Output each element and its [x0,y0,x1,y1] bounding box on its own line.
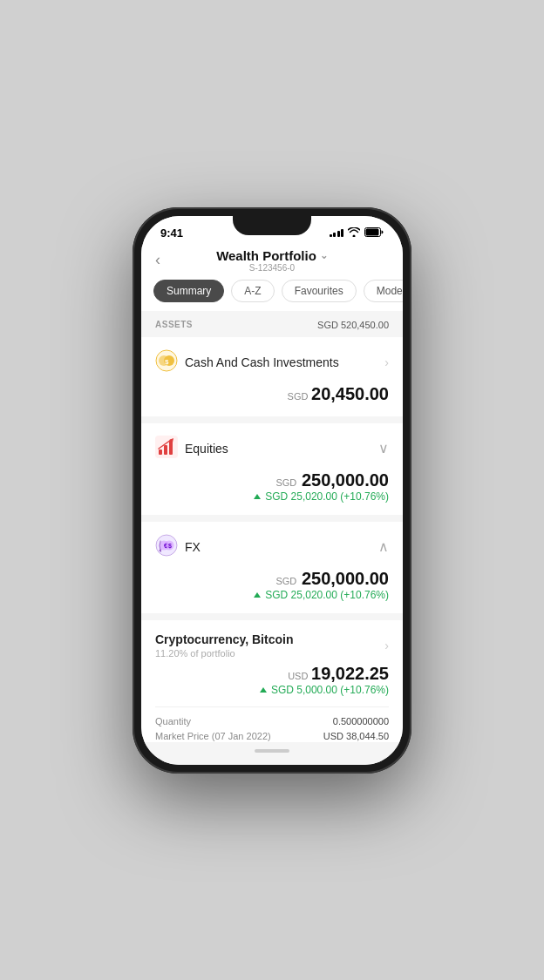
signal-icon [330,229,344,237]
status-bar: 9:41 [141,216,403,243]
cash-currency: SGD [288,391,309,402]
svg-rect-9 [169,441,173,455]
tab-model-portfolio[interactable]: Model Portfolio [364,280,403,302]
cash-card[interactable]: $ Cash And Cash Investments › SGD 20,450… [141,337,403,416]
portfolio-id: S-123456-0 [216,263,328,273]
header-title-row: Wealth Portfolio ⌄ [216,248,328,263]
fx-currency: SGD [275,576,296,586]
equities-card-header: Equities ∨ [155,436,389,462]
svg-text:$: $ [165,358,169,366]
equities-values: SGD 250,000.00 SGD 25,020.00 (+10.76%) [155,467,389,503]
cash-title: Cash And Cash Investments [185,355,339,369]
svg-text:$: $ [168,543,172,550]
tab-favourites[interactable]: Favourites [282,280,357,302]
crypto-title: Cryptocurrency, Bitcoin [155,632,293,646]
fx-card[interactable]: € $ FX ∧ SGD 250,000.00 [141,522,403,613]
tab-summary[interactable]: Summary [153,280,224,302]
svg-text:€: € [164,543,167,549]
crypto-change: SGD 5,000.00 (+10.76%) [155,684,389,696]
status-time: 9:41 [160,226,183,240]
market-price-label: Market Price (07 Jan 2022) [155,731,271,741]
crypto-amount: 19,022.25 [311,664,389,683]
quantity-value: 0.500000000 [333,716,389,727]
phone-frame: 9:41 [133,207,411,774]
svg-rect-7 [159,449,162,455]
fx-up-icon [254,592,261,598]
quantity-label: Quantity [155,716,191,727]
equities-card[interactable]: Equities ∨ SGD 250,000.00 SGD 25,020.00 … [141,423,403,515]
equities-change-value: SGD 25,020.00 (+10.76%) [265,490,389,503]
header-title-block: Wealth Portfolio ⌄ S-123456-0 [216,248,328,273]
fx-chevron-icon[interactable]: ∧ [378,538,389,555]
crypto-arrow-icon: › [384,639,389,652]
status-icons [330,227,384,239]
dropdown-icon[interactable]: ⌄ [320,250,328,261]
wifi-icon [348,227,360,239]
home-indicator [255,749,289,753]
fx-title: FX [185,540,201,554]
crypto-change-value: SGD 5,000.00 (+10.76%) [271,684,389,696]
crypto-title-row: Cryptocurrency, Bitcoin 11.20% of portfo… [155,632,389,659]
fx-amount: 250,000.00 [302,569,389,588]
detail-row-market-price: Market Price (07 Jan 2022) USD 38,044.50 [155,731,389,741]
equities-chevron-icon[interactable]: ∨ [378,440,389,456]
detail-row-quantity: Quantity 0.500000000 [155,716,389,727]
svg-rect-1 [366,228,379,235]
assets-total: SGD 520,450.00 [317,320,389,330]
cash-values: SGD 20,450.00 [155,381,389,404]
crypto-portfolio-pct: 11.20% of portfolio [155,648,293,659]
fx-icon: € $ [155,534,178,560]
crypto-currency: USD [288,671,308,681]
back-button[interactable]: ‹ [155,251,160,269]
equities-change: SGD 25,020.00 (+10.76%) [155,490,389,503]
assets-label: ASSETS [155,320,193,329]
crypto-values: USD 19,022.25 SGD 5,000.00 (+10.76%) [155,664,389,696]
market-price-value: USD 38,044.50 [323,731,389,741]
fx-values: SGD 250,000.00 SGD 25,020.00 (+10.76%) [155,565,389,601]
equities-currency: SGD [275,477,296,488]
equities-amount: 250,000.00 [302,470,389,490]
notch [233,216,311,235]
fx-change: SGD 25,020.00 (+10.76%) [155,589,389,601]
fx-card-header: € $ FX ∧ [155,534,389,560]
main-content: ASSETS SGD 520,450.00 $ [141,311,403,742]
fx-change-value: SGD 25,020.00 (+10.76%) [265,589,389,601]
tab-az[interactable]: A-Z [231,280,274,302]
bottom-bar [141,742,403,765]
battery-icon [364,227,384,239]
phone-screen: 9:41 [141,216,403,765]
equities-up-icon [254,494,261,499]
portfolio-title: Wealth Portfolio [216,248,316,263]
tabs-bar: Summary A-Z Favourites Model Portfolio [141,273,403,311]
cash-arrow-icon: › [384,355,389,369]
assets-header: ASSETS SGD 520,450.00 [141,311,403,337]
cash-amount: 20,450.00 [311,384,389,403]
cash-icon: $ [155,349,178,375]
crypto-details: Quantity 0.500000000 Market Price (07 Ja… [155,706,389,742]
equities-title: Equities [185,442,228,456]
cash-card-header: $ Cash And Cash Investments › [155,349,389,375]
crypto-up-icon [260,687,267,693]
svg-rect-8 [164,445,167,455]
crypto-card[interactable]: Cryptocurrency, Bitcoin 11.20% of portfo… [141,620,403,742]
header: ‹ Wealth Portfolio ⌄ S-123456-0 [141,243,403,273]
equities-icon [155,436,178,462]
